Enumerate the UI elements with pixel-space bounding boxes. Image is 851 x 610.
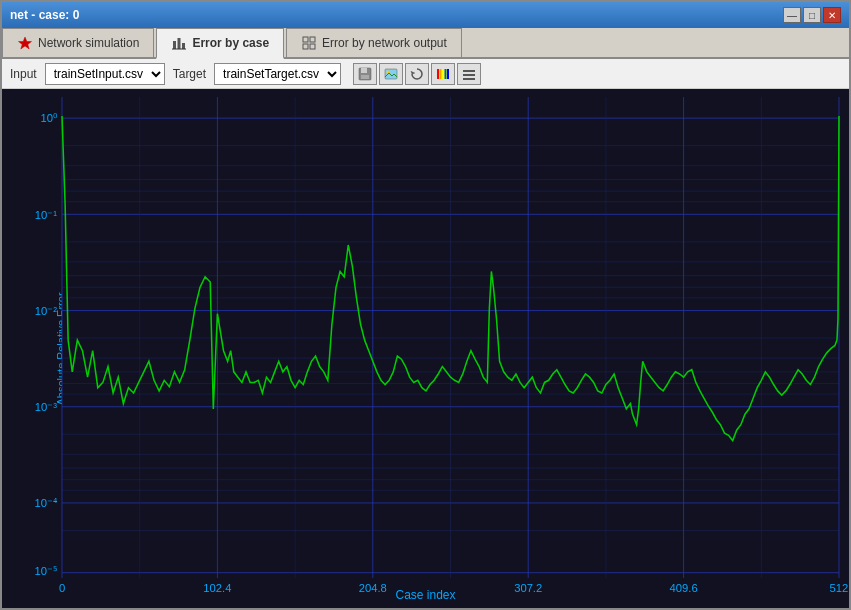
svg-rect-1 bbox=[173, 41, 176, 49]
svg-text:307.2: 307.2 bbox=[514, 582, 542, 594]
svg-rect-12 bbox=[385, 69, 397, 79]
svg-rect-7 bbox=[303, 44, 308, 49]
chart-area: Absolute Relative Error bbox=[2, 89, 849, 608]
svg-rect-17 bbox=[445, 69, 447, 79]
svg-text:512: 512 bbox=[830, 582, 849, 594]
svg-text:10⁻¹: 10⁻¹ bbox=[35, 208, 57, 220]
svg-rect-3 bbox=[182, 43, 185, 49]
star-icon bbox=[17, 35, 33, 51]
svg-rect-15 bbox=[440, 69, 442, 79]
svg-rect-21 bbox=[463, 78, 475, 80]
svg-rect-18 bbox=[447, 69, 449, 79]
tab-bar: Network simulation Error by case bbox=[2, 28, 849, 59]
svg-rect-14 bbox=[437, 69, 439, 79]
svg-text:0: 0 bbox=[59, 582, 65, 594]
svg-text:204.8: 204.8 bbox=[359, 582, 387, 594]
svg-rect-5 bbox=[303, 37, 308, 42]
svg-marker-0 bbox=[19, 37, 32, 49]
close-button[interactable]: ✕ bbox=[823, 7, 841, 23]
bars-button[interactable] bbox=[457, 63, 481, 85]
svg-rect-2 bbox=[178, 38, 181, 49]
title-bar: net - case: 0 — □ ✕ bbox=[2, 2, 849, 28]
svg-text:10⁻²: 10⁻² bbox=[35, 305, 57, 317]
svg-rect-10 bbox=[361, 68, 367, 73]
tab-error-by-output-label: Error by network output bbox=[322, 36, 447, 50]
minimize-button[interactable]: — bbox=[783, 7, 801, 23]
svg-rect-11 bbox=[361, 75, 369, 79]
image-button[interactable] bbox=[379, 63, 403, 85]
maximize-button[interactable]: □ bbox=[803, 7, 821, 23]
tab-error-by-case-label: Error by case bbox=[192, 36, 269, 50]
x-axis-label: Case index bbox=[395, 588, 455, 602]
svg-rect-19 bbox=[463, 70, 475, 72]
svg-text:10⁻⁴: 10⁻⁴ bbox=[35, 497, 58, 509]
input-select[interactable]: trainSetInput.csv bbox=[45, 63, 165, 85]
svg-text:10⁻³: 10⁻³ bbox=[35, 401, 57, 413]
input-label: Input bbox=[10, 67, 37, 81]
save-button[interactable] bbox=[353, 63, 377, 85]
refresh-button[interactable] bbox=[405, 63, 429, 85]
window-title: net - case: 0 bbox=[10, 8, 79, 22]
tab-error-by-output[interactable]: Error by network output bbox=[286, 28, 462, 57]
tab-network-simulation-label: Network simulation bbox=[38, 36, 139, 50]
svg-rect-8 bbox=[310, 44, 315, 49]
grid-icon bbox=[301, 35, 317, 51]
chart-bar-icon bbox=[171, 35, 187, 51]
toolbar: Input trainSetInput.csv Target trainSetT… bbox=[2, 59, 849, 89]
svg-rect-16 bbox=[442, 69, 444, 79]
svg-rect-20 bbox=[463, 74, 475, 76]
target-label: Target bbox=[173, 67, 206, 81]
window-controls: — □ ✕ bbox=[783, 7, 841, 23]
main-window: net - case: 0 — □ ✕ Network simulation bbox=[0, 0, 851, 610]
svg-text:10⁰: 10⁰ bbox=[40, 112, 57, 124]
chart-svg: 10⁰ 10⁻¹ 10⁻² 10⁻³ 10⁻⁴ 10⁻⁵ 0 102.4 204… bbox=[62, 97, 839, 578]
svg-text:102.4: 102.4 bbox=[203, 582, 232, 594]
svg-text:409.6: 409.6 bbox=[670, 582, 698, 594]
svg-rect-6 bbox=[310, 37, 315, 42]
chart-inner: 10⁰ 10⁻¹ 10⁻² 10⁻³ 10⁻⁴ 10⁻⁵ 0 102.4 204… bbox=[62, 97, 839, 578]
tab-network-simulation[interactable]: Network simulation bbox=[2, 28, 154, 57]
target-select[interactable]: trainSetTarget.csv bbox=[214, 63, 341, 85]
toolbar-buttons bbox=[353, 63, 481, 85]
tab-error-by-case[interactable]: Error by case bbox=[156, 28, 284, 59]
color-button[interactable] bbox=[431, 63, 455, 85]
svg-text:10⁻⁵: 10⁻⁵ bbox=[35, 565, 57, 577]
